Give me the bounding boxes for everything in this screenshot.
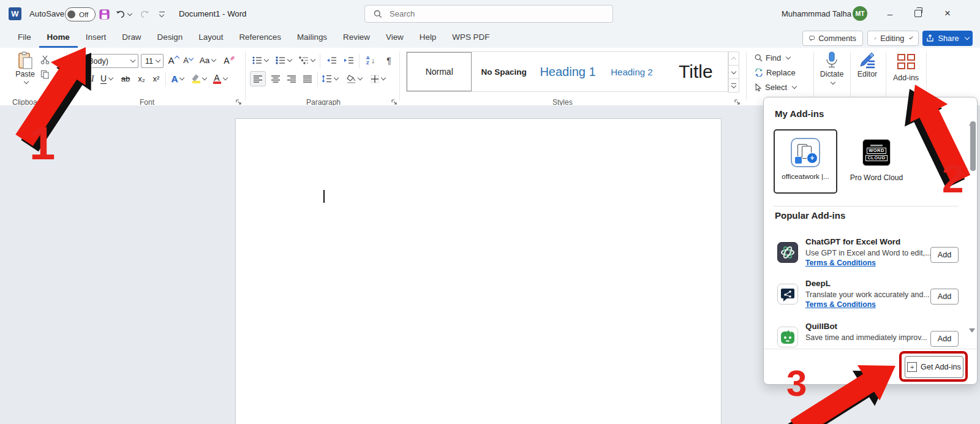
subscript-icon: x₂ [138, 74, 145, 83]
paste-icon [17, 51, 33, 70]
tab-references[interactable]: References [231, 28, 288, 48]
styles-dialog-launcher-icon[interactable] [734, 99, 741, 105]
pilcrow-button[interactable]: ¶ [382, 53, 396, 68]
minimize-button[interactable]: – [881, 5, 899, 22]
add-button-chatgpt[interactable]: Add [930, 247, 959, 263]
document-page[interactable] [235, 118, 722, 424]
align-right-button[interactable] [284, 71, 299, 86]
qat-customize-button[interactable] [154, 7, 169, 21]
align-left-button[interactable] [250, 71, 266, 86]
copy-button[interactable] [40, 70, 50, 79]
autosave-toggle[interactable]: Off [65, 7, 96, 21]
find-button[interactable]: Find [755, 53, 790, 62]
paste-button[interactable]: Paste [11, 51, 39, 83]
shading-icon [347, 75, 356, 83]
avatar[interactable]: MT [853, 6, 867, 21]
tab-design[interactable]: Design [149, 28, 191, 48]
share-button[interactable]: Share [922, 31, 973, 46]
subscript-button[interactable]: x₂ [135, 71, 148, 86]
search-input[interactable] [388, 9, 575, 19]
redo-button[interactable] [137, 7, 152, 21]
close-button[interactable]: × [938, 5, 957, 22]
style-no-spacing[interactable]: No Spacing [472, 52, 535, 91]
search-box[interactable] [364, 5, 613, 23]
styles-more-button[interactable] [728, 79, 739, 93]
undo-button[interactable] [114, 7, 134, 21]
numbered-list-button[interactable] [274, 53, 293, 68]
shrink-font-button[interactable]: A [181, 53, 195, 68]
restore-button[interactable] [909, 5, 927, 22]
add-button-quillbot[interactable]: Add [930, 331, 959, 347]
tab-help[interactable]: Help [412, 28, 445, 48]
superscript-button[interactable]: x² [149, 71, 163, 86]
dictate-button[interactable]: Dictate [816, 51, 848, 84]
change-case-button[interactable]: Aa [198, 53, 217, 68]
tab-review[interactable]: Review [335, 28, 378, 48]
multilevel-list-button[interactable] [298, 53, 316, 68]
addin-tile-officeatwork[interactable]: + officeatwork |... [774, 129, 837, 194]
select-label: Select [765, 83, 787, 92]
styles-scroll-down-button[interactable] [728, 66, 739, 79]
panel-scroll-up-button[interactable] [969, 111, 975, 122]
font-dialog-launcher-icon[interactable] [235, 99, 242, 105]
styles-scroll-up-button[interactable] [728, 51, 739, 66]
tab-draw[interactable]: Draw [114, 28, 149, 48]
bullet-list-button[interactable] [251, 53, 270, 68]
clipboard-dialog-launcher-icon[interactable] [58, 99, 64, 105]
add-button-deepl[interactable]: Add [930, 289, 959, 305]
select-button[interactable]: Select [755, 83, 796, 92]
tab-insert[interactable]: Insert [78, 28, 115, 48]
style-heading-1[interactable]: Heading 1 [536, 52, 600, 91]
addins-button[interactable]: Add-ins [888, 51, 924, 82]
text-effects-button[interactable]: A [169, 71, 186, 86]
tab-wps-pdf[interactable]: WPS PDF [444, 28, 497, 48]
numbered-list-chevron-icon [287, 57, 292, 62]
tab-file[interactable]: File [10, 28, 39, 48]
editing-mode-button[interactable]: Editing [867, 31, 919, 46]
font-name-combo[interactable]: (Body) [74, 54, 138, 68]
addin-tile-pro-word-cloud[interactable]: WORD CLOUD Pro Word Cloud [841, 131, 912, 182]
shading-button[interactable] [344, 71, 364, 86]
group-divider [813, 51, 814, 100]
tab-view[interactable]: View [378, 28, 412, 48]
panel-scroll-down-button[interactable] [969, 333, 975, 344]
panel-scrollbar-thumb[interactable] [970, 121, 976, 171]
user-name[interactable]: Muhammmad Talha [782, 9, 851, 18]
editor-button[interactable]: Editor [851, 51, 883, 78]
style-heading-2[interactable]: Heading 2 [600, 52, 663, 91]
get-addins-button[interactable]: + Get Add-ins [905, 356, 963, 378]
decrease-indent-button[interactable] [323, 53, 339, 68]
bold-button[interactable]: B [74, 71, 86, 86]
undo-dropdown-chevron-icon[interactable] [127, 10, 132, 15]
save-button[interactable] [97, 7, 111, 21]
highlight-button[interactable] [190, 71, 208, 86]
cut-button[interactable] [40, 55, 50, 64]
grow-font-button[interactable]: A [167, 53, 180, 68]
sort-button[interactable]: AZ ↓ [361, 53, 380, 68]
terms-conditions-link[interactable]: Terms & Conditions [805, 300, 876, 309]
text-caret [323, 190, 325, 203]
italic-button[interactable]: I [87, 71, 98, 86]
underline-icon: U [100, 74, 107, 84]
terms-conditions-link[interactable]: Terms & Conditions [805, 259, 876, 267]
tab-mailings[interactable]: Mailings [289, 28, 335, 48]
tab-home[interactable]: Home [39, 28, 78, 48]
replace-button[interactable]: Replace [755, 68, 796, 77]
clear-formatting-button[interactable]: A [222, 53, 236, 68]
comments-button[interactable]: Comments [802, 31, 863, 46]
style-normal[interactable]: Normal [407, 52, 472, 91]
underline-button[interactable]: U [98, 71, 115, 86]
shrink-font-icon: A [183, 56, 189, 65]
align-center-button[interactable] [268, 71, 283, 86]
paragraph-dialog-launcher-icon[interactable] [391, 99, 398, 105]
tab-layout[interactable]: Layout [190, 28, 231, 48]
line-spacing-button[interactable] [320, 71, 339, 86]
font-size-value: 11 [145, 57, 153, 66]
increase-indent-button[interactable] [341, 53, 356, 68]
style-title[interactable]: Title [664, 52, 728, 91]
borders-button[interactable] [368, 71, 388, 86]
font-color-button[interactable]: A [211, 71, 229, 86]
strikethrough-button[interactable]: ab [118, 71, 134, 86]
font-size-combo[interactable]: 11 [141, 54, 164, 68]
justify-button[interactable] [300, 71, 315, 86]
